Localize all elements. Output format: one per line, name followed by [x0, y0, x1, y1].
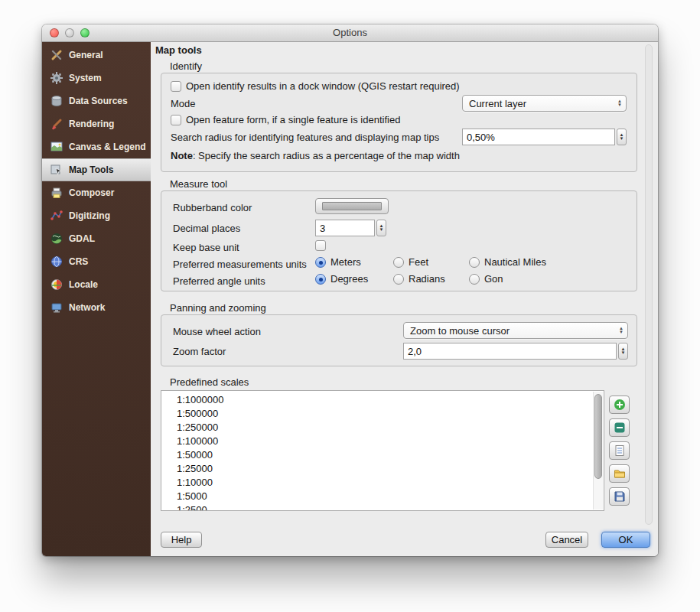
scale-list-item[interactable]: 1:1000000	[161, 393, 604, 407]
angle-radians-option[interactable]: Radians	[393, 273, 445, 285]
sidebar-item-system[interactable]: System	[42, 67, 151, 90]
sidebar-item-label: General	[69, 50, 103, 60]
titlebar[interactable]: Options	[42, 24, 658, 42]
gon-radio[interactable]	[469, 274, 480, 285]
feet-radio[interactable]	[393, 257, 404, 268]
sidebar-item-network[interactable]: Network	[42, 296, 151, 319]
sidebar-item-digitizing[interactable]: Digitizing	[42, 204, 151, 227]
zoom-factor-input[interactable]	[403, 343, 617, 360]
scale-list-item[interactable]: 1:5000	[161, 490, 604, 503]
network-monitor-icon	[50, 301, 63, 314]
note-prefix: Note	[171, 150, 193, 161]
general-tools-icon	[50, 49, 63, 61]
meters-radio[interactable]	[315, 257, 326, 268]
scale-list-item[interactable]: 1:2500	[161, 503, 604, 511]
default-scales-button[interactable]	[609, 441, 630, 460]
composer-icon	[50, 187, 63, 199]
panning-section-label: Panning and zooming	[170, 302, 266, 314]
content-scrollbar[interactable]	[645, 44, 653, 525]
angle-degrees-option[interactable]: Degrees	[315, 273, 368, 285]
feature-form-checkbox[interactable]	[171, 115, 181, 125]
sidebar-item-rendering[interactable]: Rendering	[42, 112, 151, 135]
feature-form-row: Open feature form, if a single feature i…	[171, 114, 400, 125]
scale-list-item[interactable]: 1:500000	[161, 407, 604, 421]
keep-base-unit-label: Keep base unit	[173, 242, 239, 253]
sidebar-item-label: Locale	[69, 279, 98, 290]
sidebar-item-data-sources[interactable]: Data Sources	[42, 90, 151, 112]
sidebar-item-general[interactable]: General	[42, 44, 151, 67]
sidebar-item-composer[interactable]: Composer	[42, 181, 151, 204]
identify-groupbox: Open identify results in a dock window (…	[161, 73, 637, 172]
mouse-wheel-value: Zoom to mouse cursor	[410, 325, 510, 337]
rubberband-color-label: Rubberband color	[173, 202, 252, 213]
decimal-places-label: Decimal places	[173, 223, 240, 234]
scale-list-item[interactable]: 1:50000	[161, 448, 604, 462]
radians-label: Radians	[409, 273, 445, 285]
cancel-button[interactable]: Cancel	[545, 532, 588, 548]
scale-list-item[interactable]: 1:100000	[161, 435, 604, 448]
identify-mode-select[interactable]: Current layer ▲▼	[462, 95, 627, 112]
export-scales-button[interactable]	[609, 487, 630, 506]
scales-section-label: Predefined scales	[170, 376, 249, 388]
zoom-button[interactable]	[80, 28, 90, 37]
traffic-lights	[50, 28, 90, 37]
add-scale-button[interactable]	[609, 396, 630, 414]
feet-label: Feet	[409, 256, 428, 268]
search-radius-input[interactable]	[462, 129, 615, 145]
predefined-scales-list[interactable]: 1:1000000 1:500000 1:250000 1:100000 1:5…	[161, 390, 604, 511]
canvas-legend-icon	[50, 141, 63, 153]
radians-radio[interactable]	[393, 274, 404, 285]
minimize-button[interactable]	[65, 28, 74, 37]
sidebar-item-label: Data Sources	[69, 96, 128, 106]
help-button[interactable]: Help	[161, 532, 202, 548]
search-radius-note: Note: Specify the search radius as a per…	[171, 150, 460, 161]
angle-units-label: Preferred angle units	[173, 275, 265, 287]
import-scales-button[interactable]	[609, 464, 630, 483]
units-feet-option[interactable]: Feet	[393, 256, 428, 268]
chevron-up-down-icon: ▲▼	[615, 327, 627, 334]
search-radius-spinner: ▲▼	[462, 129, 627, 145]
sidebar-item-map-tools[interactable]: Map Tools	[42, 158, 151, 181]
zoom-factor-stepper[interactable]: ▲▼	[618, 343, 628, 360]
units-nautical-option[interactable]: Nautical Miles	[469, 256, 546, 268]
decimal-places-input[interactable]	[315, 220, 375, 236]
sidebar-item-gdal[interactable]: GDAL	[42, 227, 151, 250]
scale-list-item[interactable]: 1:10000	[161, 476, 604, 490]
feature-form-label: Open feature form, if a single feature i…	[186, 114, 400, 125]
measure-groupbox: Rubberband color Decimal places ▲▼ Keep …	[161, 190, 637, 291]
decimal-places-stepper[interactable]: ▲▼	[376, 220, 386, 236]
nautical-miles-radio[interactable]	[469, 257, 480, 268]
scale-list-item[interactable]: 1:250000	[161, 421, 604, 435]
chevron-up-down-icon: ▲▼	[614, 99, 626, 107]
scale-list-item[interactable]: 1:25000	[161, 462, 604, 476]
open-folder-icon	[614, 467, 626, 480]
digitizing-icon	[50, 210, 63, 222]
keep-base-unit-checkbox[interactable]	[315, 240, 326, 251]
mouse-wheel-select[interactable]: Zoom to mouse cursor ▲▼	[403, 322, 628, 339]
mouse-wheel-label: Mouse wheel action	[173, 326, 261, 337]
save-floppy-icon	[614, 490, 626, 503]
identify-section-label: Identify	[170, 60, 202, 72]
measure-section-label: Measure tool	[170, 178, 227, 190]
scales-scrollbar[interactable]	[593, 392, 603, 509]
globe-crs-icon	[50, 256, 63, 268]
rubberband-color-button[interactable]	[315, 198, 389, 214]
units-meters-option[interactable]: Meters	[315, 256, 361, 268]
map-tools-icon	[50, 164, 63, 176]
sidebar-item-canvas-legend[interactable]: Canvas & Legend	[42, 135, 151, 158]
sidebar-item-label: Map Tools	[69, 164, 113, 175]
sidebar-item-locale[interactable]: Locale	[42, 273, 151, 296]
paintbrush-icon	[50, 118, 63, 130]
angle-gon-option[interactable]: Gon	[469, 273, 503, 285]
degrees-radio[interactable]	[315, 274, 326, 285]
scales-scrollbar-thumb[interactable]	[594, 394, 602, 479]
remove-scale-button[interactable]	[609, 418, 630, 437]
ok-button[interactable]: OK	[601, 532, 650, 548]
options-sidebar: General System Data Sources Rendering	[42, 42, 151, 556]
close-button[interactable]	[50, 28, 59, 37]
search-radius-stepper[interactable]: ▲▼	[617, 129, 627, 145]
plus-icon	[614, 399, 626, 411]
sidebar-item-crs[interactable]: CRS	[42, 250, 151, 273]
dock-window-checkbox[interactable]	[171, 81, 181, 92]
identify-mode-value: Current layer	[469, 98, 526, 109]
